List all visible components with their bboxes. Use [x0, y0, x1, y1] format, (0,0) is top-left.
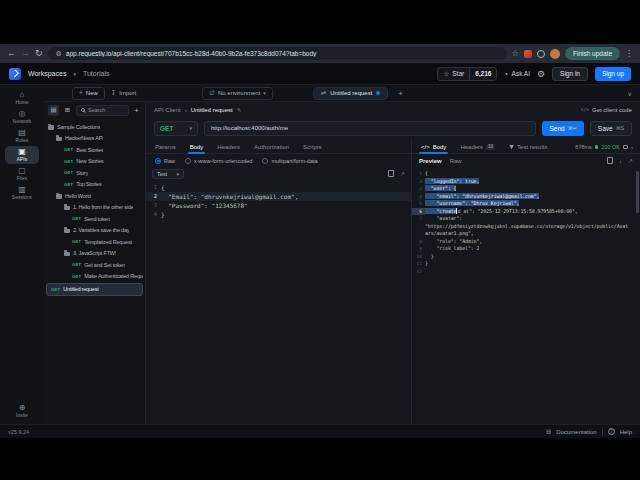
workspaces-dropdown[interactable]: Workspaces [28, 70, 66, 77]
rail-item-apis[interactable]: ▣APIs [5, 146, 39, 164]
response-tab-body[interactable]: </>Body [414, 144, 453, 153]
network-details-icon[interactable] [623, 145, 628, 149]
tutorials-link[interactable]: Tutorials [83, 70, 110, 77]
search-input[interactable]: Search [76, 105, 129, 116]
ask-ai-button[interactable]: ⋆ Ask AI [504, 70, 530, 78]
save-button[interactable]: Save ⌘S [590, 121, 632, 136]
edit-name-icon[interactable]: ✎ [237, 107, 242, 113]
request-response-split: ParamsBodyHeadersAuthorizationScripts Ra… [146, 139, 640, 424]
github-star-widget[interactable]: ☆ Star 6,216 [437, 67, 497, 81]
request-body-editor[interactable]: 1{2 "Email": "dhruvnkejriwal@gmail.com",… [146, 180, 411, 424]
tree-item-new-stories[interactable]: GETNew Stories [44, 156, 145, 168]
back-icon[interactable]: ← [7, 49, 16, 58]
rail-item-home[interactable]: ⌂Home [5, 89, 39, 107]
tree-item-story[interactable]: GETStory [44, 167, 145, 179]
folder-icon [48, 125, 54, 130]
breadcrumb-current[interactable]: Untitled request [191, 107, 233, 113]
help-link[interactable]: Help [620, 429, 632, 435]
settings-gear-icon[interactable]: ⚙ [537, 69, 545, 79]
profile-avatar[interactable] [550, 49, 560, 59]
extensions-menu-icon[interactable] [537, 50, 545, 58]
collapse-chevron-icon[interactable]: ∨ [628, 90, 632, 97]
documentation-link[interactable]: Documentation [556, 429, 596, 435]
reload-icon[interactable]: ↻ [35, 49, 43, 58]
body-mode-label: Raw [164, 158, 175, 164]
radio-icon [155, 158, 161, 164]
tree-item-templatized-request[interactable]: GETTemplatized Request [44, 236, 145, 248]
tab-body[interactable]: Body [183, 144, 211, 153]
browser-menu-icon[interactable]: ⋮ [625, 49, 633, 58]
tree-item-hackernews-api[interactable]: HackerNews API [44, 133, 145, 145]
tab-params[interactable]: Params [148, 144, 183, 153]
line-text: "https://pdfmsiyztdzewkgjxknl.supabase.c… [425, 223, 628, 231]
response-tab-headers[interactable]: Headers10 [453, 144, 502, 154]
tree-item-untitled-request[interactable]: GETUntitled request [46, 283, 143, 296]
tree-item-2-variables-save-the-day[interactable]: 2. Variables save the day [44, 225, 145, 237]
tree-item-best-stories[interactable]: GETBest Stories [44, 144, 145, 156]
tree-item-get-and-set-token[interactable]: GETGet and Set token [44, 259, 145, 271]
scrollbar[interactable] [636, 171, 639, 213]
new-tab-button[interactable]: + [398, 89, 403, 98]
body-mode-multipart-form-data[interactable]: multipart/form-data [262, 158, 317, 164]
view-preview[interactable]: Preview [419, 158, 442, 164]
tree-item-make-authenticated-request[interactable]: GETMake Authenticated Request [44, 271, 145, 283]
add-request-button[interactable]: + [132, 106, 141, 115]
environments-view-icon[interactable]: ⊞ [62, 105, 73, 116]
send-button[interactable]: Send ⌘↵ [542, 121, 583, 136]
download-icon[interactable]: ↓ [619, 158, 622, 164]
body-mode-raw[interactable]: Raw [155, 158, 175, 164]
breadcrumb: API Client › Untitled request ✎ </> Get … [146, 102, 640, 117]
new-button[interactable]: + New [72, 87, 105, 100]
environment-selector[interactable]: ∅ No environment ▾ [202, 87, 273, 100]
tree-item-1-hello-from-the-other-side[interactable]: 1. Hello from the other side [44, 202, 145, 214]
request-tabs: ParamsBodyHeadersAuthorizationScripts [146, 139, 411, 154]
rail-item-network[interactable]: ◎Network [5, 108, 39, 126]
tab-headers[interactable]: Headers [210, 144, 247, 153]
tree-item-3-javascript-ftw[interactable]: 3. JavaScript FTW! [44, 248, 145, 260]
rail-item-files[interactable]: ▢Files [5, 165, 39, 183]
forward-icon[interactable]: → [21, 49, 30, 58]
save-shortcut: ⌘S [616, 125, 624, 131]
copy-icon[interactable] [388, 170, 394, 177]
rail-item-rules[interactable]: ▤Rules [5, 127, 39, 145]
extension-icon[interactable] [524, 50, 532, 58]
site-settings-icon[interactable]: ⚙ [56, 50, 62, 57]
radio-icon [262, 158, 268, 164]
rail-item-sessions[interactable]: ▥Sessions [5, 184, 39, 202]
tree-item-send-token[interactable]: GETSend token [44, 213, 145, 225]
tree-item-hello-world[interactable]: Hello World [44, 190, 145, 202]
expand-icon[interactable]: ↗ [400, 171, 405, 177]
sign-up-button[interactable]: Sign up [595, 67, 631, 81]
expand-icon[interactable]: ↗ [628, 158, 633, 164]
tab-authorization[interactable]: Authorization [247, 144, 296, 153]
view-raw[interactable]: Raw [450, 158, 462, 164]
get-client-code-button[interactable]: </> Get client code [581, 107, 632, 113]
finish-update-button[interactable]: Finish update [565, 47, 620, 60]
method-selector[interactable]: GET ▾ [154, 121, 198, 136]
copy-icon[interactable] [607, 157, 613, 164]
request-tab[interactable]: ⇄ Untitled request [313, 87, 388, 100]
tab-scripts[interactable]: Scripts [296, 144, 328, 153]
bookmark-star-icon[interactable]: ☆ [512, 49, 519, 58]
sign-in-button[interactable]: Sign in [552, 67, 588, 81]
tree-item-top-stories[interactable]: GETTop Stories [44, 179, 145, 191]
home-icon: ⌂ [20, 91, 25, 99]
import-icon: ↧ [111, 90, 116, 97]
response-tab-test-results[interactable]: Test results [502, 144, 554, 153]
response-line: 7 "avatar": [412, 215, 640, 223]
rail-item-invite[interactable]: ⊕ Invite [5, 402, 39, 420]
breadcrumb-root[interactable]: API Client [154, 107, 181, 113]
network-icon: ◎ [19, 110, 26, 118]
body-mode-label: x-www-form-urlencoded [194, 158, 252, 164]
response-body-viewer[interactable]: 1{2 "loggedIn": true,3 "user": {4 "email… [412, 167, 640, 424]
line-text: } [425, 260, 428, 268]
address-bar[interactable]: ⚙ app.requestly.io/api-client/request/70… [48, 47, 507, 60]
tree-item-sample-collections[interactable]: Sample Collections [44, 121, 145, 133]
import-button[interactable]: ↧ Import [111, 90, 136, 97]
request-url-input[interactable]: http://localhost:4000/auth/me [204, 121, 536, 136]
expand-arrow-icon[interactable]: › [631, 144, 633, 150]
collections-view-icon[interactable]: ▤ [48, 105, 59, 116]
body-mode-x-www-form-urlencoded[interactable]: x-www-form-urlencoded [185, 158, 252, 164]
content-type-selector[interactable]: Text ▾ [152, 169, 184, 179]
method-chip: GET [64, 147, 73, 152]
